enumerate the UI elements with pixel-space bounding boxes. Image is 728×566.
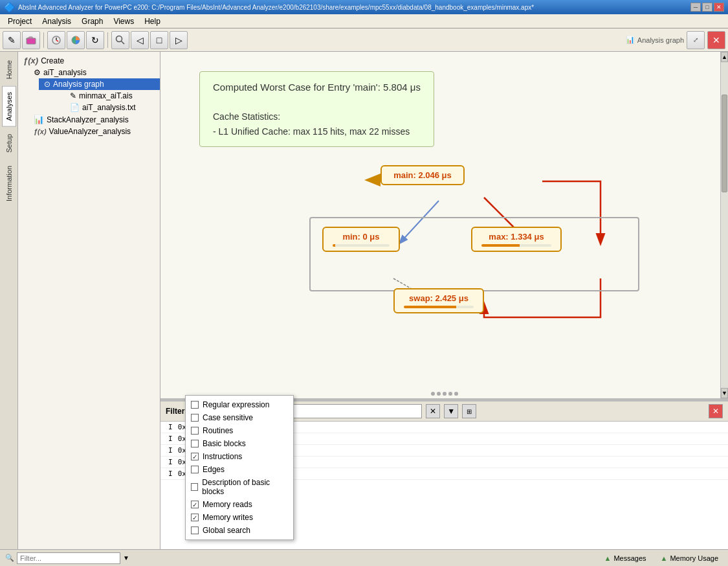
scroll-down-button[interactable]: ▼ [721, 388, 728, 398]
next-nav-button[interactable]: ▷ [170, 31, 188, 49]
node-min[interactable]: min: 0 μs [322, 227, 400, 252]
tree-item-ait-analysis[interactable]: ⚙ aiT_analysis [28, 67, 160, 78]
node-swap[interactable]: swap: 2.425 μs [393, 288, 484, 313]
dropdown-item-mem-reads[interactable]: ✓ Memory reads [186, 498, 293, 511]
checkbox-mem-reads[interactable]: ✓ [191, 501, 199, 508]
tree-item-ait-txt[interactable]: 📄 aiT_analysis.txt [39, 102, 160, 113]
tab-information[interactable]: Information [2, 160, 16, 207]
graph-vscrollbar[interactable]: ▲ ▼ [720, 52, 728, 398]
chart-button[interactable] [67, 31, 85, 49]
svg-rect-0 [27, 38, 36, 44]
value-icon: ƒ(x) [34, 128, 47, 135]
checkbox-desc-basic-blocks[interactable] [191, 483, 198, 491]
row-col1: I [166, 423, 175, 431]
menu-analysis[interactable]: Analysis [37, 16, 76, 27]
messages-tab[interactable]: ▲ Messages [600, 552, 651, 564]
close-button[interactable]: ✕ [714, 3, 724, 12]
memory-tab[interactable]: ▲ Memory Usage [656, 552, 723, 564]
close-graph-button[interactable]: ✕ [707, 31, 725, 49]
node-max[interactable]: max: 1.334 μs [471, 227, 562, 252]
dot3 [443, 392, 447, 396]
maximize-button[interactable]: □ [702, 3, 712, 12]
checkbox-case[interactable] [191, 414, 199, 422]
titlebar: 🔷 AbsInt Advanced Analyzer for PowerPC e… [0, 0, 728, 14]
minimize-button[interactable]: ─ [690, 3, 701, 12]
dropdown-item-routines[interactable]: Routines [186, 424, 293, 437]
resize-handle[interactable] [431, 392, 458, 396]
info-box: Computed Worst Case for Entry 'main': 5.… [199, 71, 434, 147]
dropdown-icon: ▼ [123, 554, 129, 561]
graph-label-area: 📊 Analysis graph ⤢ ✕ [626, 31, 725, 49]
tree-item-create[interactable]: ƒ(x) Create [18, 54, 160, 67]
tab-home[interactable]: Home [2, 54, 16, 85]
dropdown-label-instructions: Instructions [203, 452, 242, 461]
tree-label-stack: StackAnalyzer_analysis [47, 115, 129, 124]
menu-graph[interactable]: Graph [76, 16, 108, 27]
messages-icon: ▲ [604, 554, 612, 562]
dropdown-item-basic-blocks[interactable]: Basic blocks [186, 437, 293, 450]
menu-help[interactable]: Help [139, 16, 166, 27]
open-button[interactable] [22, 31, 40, 49]
dropdown-item-case[interactable]: Case sensitive [186, 411, 293, 424]
statusbar-filter-input[interactable] [17, 552, 120, 564]
dropdown-menu: Regular expression Case sensitive Routin… [185, 395, 294, 540]
checkbox-instructions[interactable]: ✓ [191, 453, 199, 460]
close-bottom-button[interactable]: ✕ [709, 404, 723, 418]
tree-area: ƒ(x) Create ⚙ aiT_analysis ⊙ Analysis gr… [18, 52, 160, 549]
checkbox-basic-blocks[interactable] [191, 440, 199, 447]
graph-view[interactable]: Computed Worst Case for Entry 'main': 5.… [160, 52, 728, 400]
create-button[interactable]: ✎ [3, 31, 21, 49]
info-line3: - L1 Unified Cache: max 115 hits, max 22… [213, 124, 421, 139]
prev-nav-button[interactable]: ◁ [131, 31, 149, 49]
checkbox-routines[interactable] [191, 427, 199, 435]
tree-label-analysis-graph: Analysis graph [53, 80, 104, 89]
app-icon: 🔷 [4, 2, 15, 12]
row-col1: I [166, 446, 175, 455]
dropdown-item-desc-basic-blocks[interactable]: Description of basic blocks [186, 476, 293, 498]
dropdown-label-regexp: Regular expression [203, 400, 269, 409]
row-col1: I [166, 470, 175, 478]
left-sidebar-tabs: Home Analyses Setup Information [0, 52, 18, 549]
checkbox-regexp[interactable] [191, 401, 199, 409]
dropdown-item-edges[interactable]: Edges [186, 463, 293, 476]
menu-project[interactable]: Project [3, 16, 37, 27]
tree-item-value[interactable]: ƒ(x) ValueAnalyzer_analysis [28, 126, 160, 137]
stack-icon: 📊 [34, 115, 44, 124]
filter-options-button[interactable]: ⊞ [462, 404, 476, 418]
entry-arrow [364, 174, 381, 187]
messages-label: Messages [613, 554, 646, 562]
new-window-button[interactable]: □ [150, 31, 168, 49]
memory-icon: ▲ [661, 554, 668, 562]
refresh-button[interactable]: ↻ [86, 31, 104, 49]
filter-clear-button[interactable]: ✕ [426, 404, 440, 418]
checkbox-global-search[interactable] [191, 526, 199, 534]
node-swap-label: swap: 2.425 μs [409, 293, 469, 303]
dropdown-item-regexp[interactable]: Regular expression [186, 398, 293, 411]
checkbox-mem-writes[interactable]: ✓ [191, 514, 199, 521]
dropdown-item-instructions[interactable]: ✓ Instructions [186, 450, 293, 463]
info-line2: Cache Statistics: [213, 109, 421, 124]
checkbox-edges[interactable] [191, 466, 199, 473]
menu-views[interactable]: Views [108, 16, 139, 27]
dropdown-item-global-search[interactable]: Global search [186, 524, 293, 537]
tree-item-analysis-graph[interactable]: ⊙ Analysis graph [39, 78, 160, 90]
dropdown-label-desc-basic-blocks: Description of basic blocks [202, 478, 288, 496]
tree-item-stack[interactable]: 📊 StackAnalyzer_analysis [28, 113, 160, 126]
node-main[interactable]: main: 2.046 μs [381, 165, 465, 185]
scroll-thumb[interactable] [722, 95, 727, 192]
expand-button[interactable]: ⤢ [687, 31, 705, 49]
scroll-up-button[interactable]: ▲ [721, 52, 728, 62]
dropdown-item-mem-writes[interactable]: ✓ Memory writes [186, 511, 293, 524]
tab-setup[interactable]: Setup [2, 128, 16, 159]
toolbar-sep-1 [43, 32, 44, 48]
tab-analyses[interactable]: Analyses [2, 86, 16, 127]
tree-item-minmax-ais[interactable]: ✎ minmax_aiT.ais [39, 90, 160, 102]
dropdown-label-mem-reads: Memory reads [203, 500, 252, 509]
scroll-track[interactable] [721, 62, 728, 388]
filter-dropdown-button[interactable]: ▼ [444, 404, 458, 418]
search-button[interactable] [111, 31, 129, 49]
row-col1: I [166, 435, 175, 443]
analysis-button[interactable] [47, 31, 65, 49]
svg-line-3 [56, 40, 58, 41]
titlebar-controls: ─ □ ✕ [690, 3, 724, 12]
